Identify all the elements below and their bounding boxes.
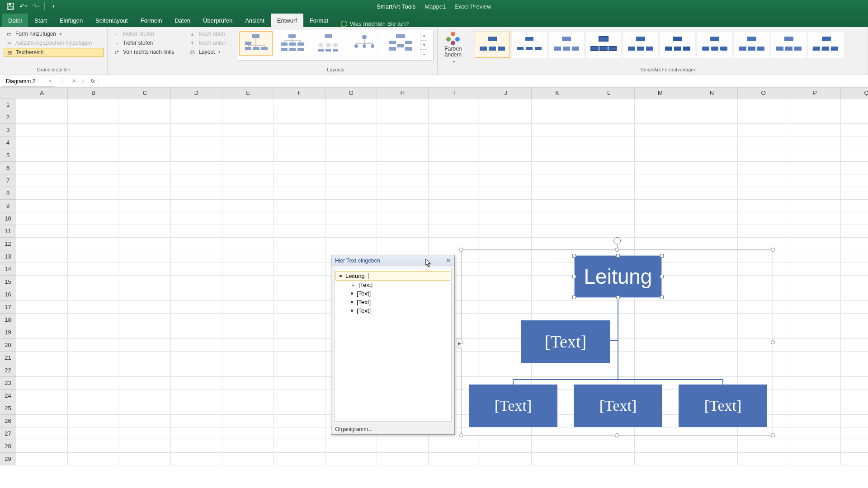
cell[interactable] [738, 136, 789, 149]
cell[interactable] [16, 301, 68, 314]
cell[interactable] [635, 99, 686, 111]
column-header[interactable]: J [480, 88, 532, 99]
cell[interactable] [738, 111, 789, 124]
org-node[interactable]: [Text] [469, 385, 557, 427]
cell[interactable] [16, 111, 68, 124]
cell[interactable] [429, 212, 480, 225]
cell[interactable] [119, 136, 171, 149]
cell[interactable] [841, 136, 868, 149]
cell[interactable] [841, 364, 868, 377]
cell[interactable] [16, 250, 68, 263]
cell[interactable] [841, 339, 868, 352]
cell[interactable] [429, 99, 480, 111]
cell[interactable] [119, 377, 171, 389]
cell[interactable] [686, 225, 738, 238]
cell[interactable] [738, 212, 789, 225]
cell[interactable] [429, 187, 480, 200]
cell[interactable] [119, 212, 171, 225]
layout-gallery[interactable]: ▴▾▾ [238, 30, 434, 61]
name-box[interactable]: Diagramm 2▾ [2, 76, 55, 87]
cell[interactable] [171, 402, 222, 415]
cell[interactable] [119, 263, 171, 276]
cell[interactable] [841, 389, 868, 402]
cell[interactable] [532, 162, 583, 174]
cell[interactable] [583, 200, 635, 212]
row-header[interactable]: 28 [0, 440, 16, 453]
column-header[interactable]: D [171, 88, 222, 99]
cell[interactable] [68, 162, 119, 174]
rotate-handle[interactable] [613, 237, 621, 244]
style-thumb[interactable] [808, 32, 844, 58]
cell[interactable] [16, 124, 68, 136]
row-header[interactable]: 6 [0, 162, 16, 174]
cell[interactable] [686, 124, 738, 136]
resize-handle[interactable] [459, 248, 463, 252]
cell[interactable] [377, 453, 429, 465]
cell[interactable] [16, 174, 68, 187]
cell[interactable] [429, 225, 480, 238]
cell[interactable] [789, 377, 841, 389]
cell[interactable] [68, 276, 119, 288]
cell[interactable] [119, 402, 171, 415]
resize-handle[interactable] [615, 433, 619, 437]
cell[interactable] [429, 174, 480, 187]
cell[interactable] [789, 427, 841, 440]
cell[interactable] [377, 162, 429, 174]
cell[interactable] [377, 238, 429, 250]
cell[interactable] [532, 136, 583, 149]
cell[interactable] [326, 162, 377, 174]
cell[interactable] [222, 200, 274, 212]
undo-icon[interactable]: ↶▾ [19, 2, 27, 10]
cell[interactable] [738, 162, 789, 174]
cell[interactable] [635, 136, 686, 149]
row-header[interactable]: 18 [0, 314, 16, 326]
row-header[interactable]: 25 [0, 402, 16, 415]
cell[interactable] [429, 124, 480, 136]
redo-icon[interactable]: ↷▾ [32, 2, 40, 10]
cell[interactable] [222, 364, 274, 377]
layout-button[interactable]: 品Layout▾ [187, 48, 228, 56]
cell[interactable] [532, 212, 583, 225]
cell[interactable] [222, 99, 274, 111]
tab-ansicht[interactable]: Ansicht [239, 14, 271, 27]
row-header[interactable]: 13 [0, 250, 16, 263]
cell[interactable] [789, 339, 841, 352]
cell[interactable] [68, 352, 119, 364]
cell[interactable] [841, 263, 868, 276]
cell[interactable] [274, 352, 326, 364]
cell[interactable] [789, 263, 841, 276]
cell[interactable] [583, 124, 635, 136]
cell[interactable] [171, 339, 222, 352]
cell[interactable] [686, 149, 738, 162]
cell[interactable] [841, 111, 868, 124]
tab-datei[interactable]: Datei [2, 14, 28, 27]
cell[interactable] [222, 187, 274, 200]
cell[interactable] [16, 238, 68, 250]
smartart-object[interactable]: ▶ Leitung [Text] [Text] [Text] [Text] [461, 249, 773, 436]
cell[interactable] [841, 250, 868, 263]
cell[interactable] [274, 200, 326, 212]
cell[interactable] [68, 326, 119, 339]
cell[interactable] [171, 427, 222, 440]
cell[interactable] [841, 99, 868, 111]
cell[interactable] [583, 162, 635, 174]
cell[interactable] [789, 402, 841, 415]
layout-thumb[interactable] [384, 31, 417, 56]
cell[interactable] [841, 427, 868, 440]
cell[interactable] [429, 440, 480, 453]
cell[interactable] [532, 200, 583, 212]
cell[interactable] [119, 187, 171, 200]
column-header[interactable]: F [274, 88, 326, 99]
cell[interactable] [789, 453, 841, 465]
cell[interactable] [274, 225, 326, 238]
cell[interactable] [274, 301, 326, 314]
cell[interactable] [841, 453, 868, 465]
cell[interactable] [686, 111, 738, 124]
row-header[interactable]: 17 [0, 301, 16, 314]
cell[interactable] [480, 440, 532, 453]
org-node[interactable]: [Text] [679, 385, 767, 427]
tell-me-search[interactable]: Was möchten Sie tun? [335, 20, 415, 27]
cell[interactable] [16, 402, 68, 415]
cell[interactable] [171, 111, 222, 124]
cell[interactable] [789, 389, 841, 402]
